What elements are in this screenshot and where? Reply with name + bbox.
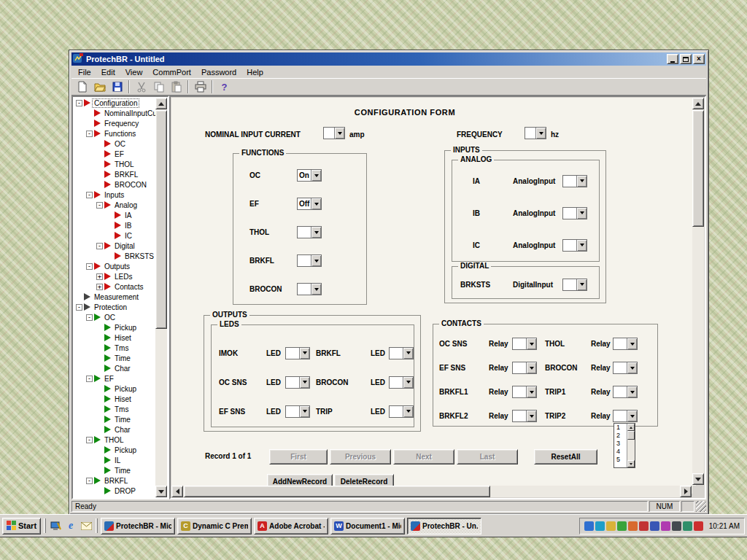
scroll-down-button[interactable] bbox=[692, 473, 704, 485]
relay-dropdown[interactable] bbox=[512, 410, 537, 422]
analog-input-dropdown[interactable] bbox=[562, 207, 587, 219]
tree-item-label[interactable]: Hiset bbox=[113, 334, 133, 342]
tree-item-label[interactable]: CNT bbox=[113, 497, 131, 498]
tree-item[interactable]: - Protection bbox=[74, 302, 156, 312]
scroll-down-button[interactable] bbox=[155, 486, 167, 497]
dropdown-arrow-button[interactable] bbox=[403, 348, 413, 359]
tree-item[interactable]: Tms bbox=[74, 404, 156, 414]
tree-item[interactable]: + LEDs bbox=[74, 271, 156, 281]
next-record-button[interactable]: Next bbox=[393, 449, 454, 464]
tree-item-label[interactable]: EF bbox=[103, 375, 115, 383]
tree-scrollbar[interactable] bbox=[155, 98, 167, 497]
tree-item[interactable]: BRKFL bbox=[74, 169, 156, 179]
scroll-down-button[interactable] bbox=[627, 460, 635, 467]
dropdown-arrow-button[interactable] bbox=[403, 377, 413, 388]
help-button[interactable]: ? bbox=[216, 79, 233, 95]
dropdown-scrollbar[interactable] bbox=[627, 424, 635, 467]
quick-launch-desktop-icon[interactable] bbox=[49, 519, 62, 532]
scroll-right-button[interactable] bbox=[680, 486, 692, 497]
dropdown-arrow-button[interactable] bbox=[627, 362, 637, 373]
form-horizontal-scrollbar[interactable] bbox=[171, 486, 692, 497]
dropdown-arrow-button[interactable] bbox=[311, 255, 321, 266]
dropdown-arrow-button[interactable] bbox=[576, 176, 587, 187]
scrollbar-thumb[interactable] bbox=[627, 431, 635, 440]
taskbar-grip[interactable] bbox=[44, 518, 46, 533]
dropdown-arrow-button[interactable] bbox=[311, 227, 321, 238]
tree-expander-icon[interactable]: + bbox=[96, 284, 103, 290]
tree-item[interactable]: EF bbox=[74, 149, 156, 159]
dropdown-arrow-button[interactable] bbox=[627, 338, 637, 349]
led-dropdown[interactable] bbox=[285, 376, 310, 389]
tree-item-label[interactable]: IB bbox=[123, 222, 133, 230]
taskbar-task-button[interactable]: ProtechBR - Un... bbox=[407, 518, 481, 534]
taskbar-task-button[interactable]: W Document1 - Mic... bbox=[330, 518, 405, 534]
function-dropdown[interactable]: On bbox=[297, 169, 322, 182]
dropdown-arrow-button[interactable] bbox=[627, 386, 637, 397]
reset-all-button[interactable]: ResetAll bbox=[534, 449, 597, 464]
led-dropdown[interactable] bbox=[389, 405, 414, 418]
tree-item-label[interactable]: THOL bbox=[103, 436, 125, 444]
relay-dropdown[interactable] bbox=[613, 410, 638, 422]
analog-input-dropdown[interactable] bbox=[562, 239, 587, 252]
function-dropdown[interactable] bbox=[297, 254, 322, 267]
new-document-button[interactable] bbox=[74, 79, 90, 95]
tree-item[interactable]: DROP bbox=[74, 486, 156, 496]
analog-input-dropdown[interactable] bbox=[562, 175, 587, 187]
tray-icon[interactable] bbox=[672, 521, 681, 531]
dropdown-arrow-button[interactable] bbox=[535, 128, 546, 139]
tree-item-label[interactable]: LEDs bbox=[113, 273, 133, 281]
tree-item-label[interactable]: OC bbox=[113, 140, 127, 148]
function-dropdown[interactable] bbox=[297, 283, 322, 295]
tray-icon[interactable] bbox=[628, 521, 638, 531]
quick-launch-ie-icon[interactable]: e bbox=[64, 519, 77, 532]
tree-item-label[interactable]: Time bbox=[113, 467, 132, 475]
tree-item[interactable]: - Analog bbox=[74, 200, 156, 210]
tree-expander-icon[interactable]: - bbox=[86, 192, 93, 198]
function-dropdown[interactable]: Off bbox=[297, 198, 322, 210]
tree-item[interactable]: OC bbox=[74, 139, 156, 149]
relay-dropdown[interactable] bbox=[512, 362, 537, 374]
taskbar-task-button[interactable]: A Adobe Acrobat - ... bbox=[254, 518, 328, 534]
menu-item[interactable]: CommPort bbox=[147, 66, 196, 78]
tree-item[interactable]: Char bbox=[74, 363, 156, 373]
tree-item[interactable]: - Configuration bbox=[74, 98, 156, 108]
tree-item[interactable]: Time bbox=[74, 353, 156, 363]
tray-icon[interactable] bbox=[595, 521, 605, 531]
dropdown-arrow-button[interactable] bbox=[311, 284, 321, 295]
tree-item-label[interactable]: Hiset bbox=[113, 395, 133, 403]
menu-item[interactable]: Help bbox=[241, 66, 268, 78]
tree-item[interactable]: IC bbox=[74, 230, 156, 241]
tree-item[interactable]: CNT bbox=[74, 496, 156, 497]
dropdown-option[interactable]: 3 bbox=[614, 440, 627, 448]
tree-item[interactable]: NominalInputCurrent bbox=[74, 108, 156, 118]
tree-item-label[interactable]: Pickup bbox=[113, 385, 138, 393]
tree-item-label[interactable]: Digital bbox=[113, 242, 136, 250]
tree-item[interactable]: BRKSTS bbox=[74, 251, 156, 261]
dropdown-arrow-button[interactable] bbox=[299, 377, 309, 388]
digital-input-dropdown[interactable] bbox=[562, 279, 587, 291]
dropdown-option[interactable]: 2 bbox=[614, 432, 627, 440]
tree-item-label[interactable]: Char bbox=[113, 426, 132, 434]
taskbar-task-button[interactable]: C Dynamic C Premi... bbox=[177, 518, 252, 534]
first-record-button[interactable]: First bbox=[269, 449, 328, 464]
start-button[interactable]: Start bbox=[2, 518, 41, 534]
tree-item[interactable]: - OC bbox=[74, 312, 156, 322]
dropdown-option[interactable]: 5 bbox=[614, 456, 627, 464]
tree-item[interactable]: Time bbox=[74, 414, 156, 424]
quick-launch-mail-icon[interactable] bbox=[80, 519, 93, 532]
tree-item-label[interactable]: Analog bbox=[113, 201, 139, 209]
tree-item-label[interactable]: Configuration bbox=[93, 99, 139, 107]
tree-item-label[interactable]: Time bbox=[113, 416, 132, 424]
tree-item[interactable]: Pickup bbox=[74, 322, 156, 332]
led-dropdown[interactable] bbox=[285, 347, 310, 359]
scroll-up-button[interactable] bbox=[627, 424, 635, 431]
tree-expander-icon[interactable]: - bbox=[86, 437, 93, 443]
tree-item[interactable]: BROCON bbox=[74, 179, 156, 190]
scrollbar-thumb[interactable] bbox=[184, 486, 490, 497]
tree-item[interactable]: Hiset bbox=[74, 332, 156, 343]
last-record-button[interactable]: Last bbox=[457, 449, 518, 464]
tray-icon[interactable] bbox=[606, 521, 616, 531]
tree-item[interactable]: - Inputs bbox=[74, 190, 156, 200]
save-button[interactable] bbox=[109, 79, 125, 95]
previous-record-button[interactable]: Previous bbox=[330, 449, 391, 464]
